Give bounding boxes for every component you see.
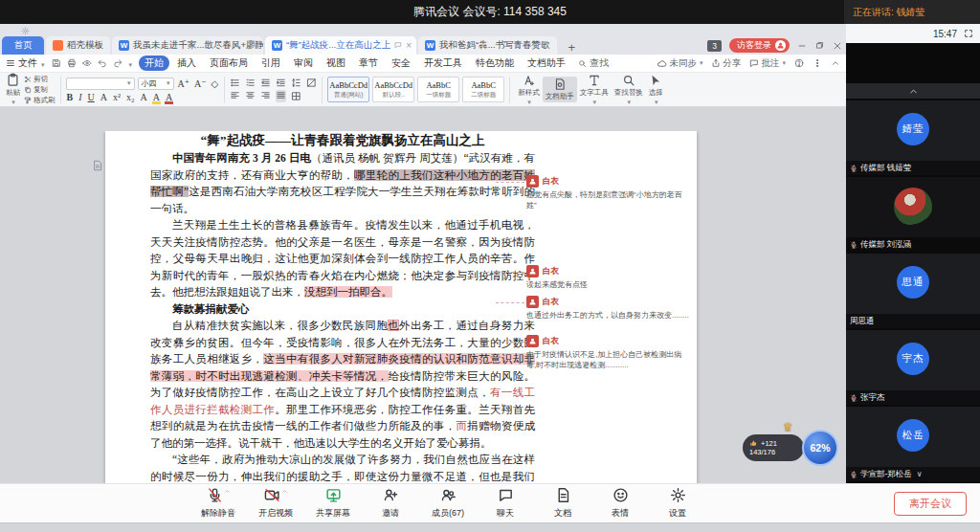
font-style-button-7[interactable]: A <box>152 92 161 102</box>
style-card-3[interactable]: AaBbC 二级标题 <box>462 77 504 102</box>
restore-icon[interactable] <box>815 41 824 50</box>
style-card-2[interactable]: AaBbC 一级标题 <box>417 77 459 102</box>
annotate-button[interactable]: 批注 <box>749 57 786 70</box>
numbered-list-icon[interactable] <box>245 78 256 88</box>
font-style-button-0[interactable]: B <box>66 92 75 102</box>
collapse-videos-button[interactable] <box>846 83 980 99</box>
font-style-button-6[interactable]: A <box>139 92 147 102</box>
chevron-down-icon[interactable]: ∨ <box>917 470 923 478</box>
toolbar-members[interactable]: 成员(67) <box>424 487 472 520</box>
toolbar-docs[interactable]: 文档 <box>539 487 587 520</box>
indent-icon[interactable] <box>276 78 286 88</box>
clear-format-button[interactable]: ◇ <box>211 78 220 89</box>
toolbar-screen-share[interactable]: 共享屏幕 <box>309 487 357 520</box>
new-tab-button[interactable]: + <box>565 40 580 55</box>
font-style-button-8[interactable]: A <box>165 92 173 102</box>
menu-item[interactable]: 插入 <box>171 55 202 71</box>
menu-item[interactable]: 章节 <box>353 55 384 71</box>
line-spacing-icon[interactable] <box>291 78 301 88</box>
comment[interactable]: 白衣 感觉有点尖酸，特别是刻意强调“小地方的老百姓” <box>526 175 691 211</box>
font-style-button-3[interactable]: A <box>100 92 108 102</box>
tab-1[interactable]: 稻壳模板 <box>46 36 110 55</box>
save-icon[interactable] <box>52 58 61 68</box>
share-button[interactable]: 分享 <box>711 57 741 70</box>
font-size-select[interactable]: 小四 <box>138 78 174 90</box>
align-center-icon[interactable] <box>245 90 256 102</box>
ribbon-tool-doc-assistant[interactable]: 文档助手 <box>543 77 577 102</box>
menu-item[interactable]: 文档助手 <box>522 55 571 71</box>
menu-item[interactable]: 开发工具 <box>418 55 468 71</box>
cut-button[interactable]: 剪切 <box>24 75 56 84</box>
tab-2[interactable]: W我虽未走进千家...散尽春风+廖静 <box>112 36 263 55</box>
toolbar-chat[interactable]: 聊天 <box>481 487 529 520</box>
grow-font-button[interactable]: A⁺ <box>177 78 191 89</box>
collapse-ribbon-icon[interactable] <box>831 58 840 68</box>
format-painter-button[interactable]: 格式刷 <box>24 96 56 105</box>
leave-meeting-button[interactable]: 离开会议 <box>894 492 967 516</box>
menu-item[interactable]: 页面布局 <box>204 55 254 71</box>
print-icon[interactable] <box>67 58 77 68</box>
gear-icon[interactable] <box>21 27 30 35</box>
document-paragraph[interactable]: 兰天翔是土生土长的普格县彝族青年。疫情发生以来，他通过手机电视，天天关注疫情防控… <box>150 217 535 301</box>
font-family-select[interactable] <box>66 78 135 90</box>
outdent-icon[interactable] <box>260 78 271 88</box>
menu-item[interactable]: 视图 <box>321 55 351 71</box>
toolbar-emoji[interactable]: 表情 <box>596 487 644 520</box>
redo-icon[interactable] <box>113 58 122 68</box>
help-icon[interactable] <box>794 58 804 68</box>
document-text[interactable]: “舞”起战疫——让青春跟着党旗飘扬立在高山之上中国青年网南充 3 月 26 日电… <box>150 132 535 507</box>
toolbar-mic-muted[interactable]: 解除静音 <box>194 487 242 520</box>
participant-tile[interactable]: 松岳 学宣部-郑松岳 ∨ <box>846 407 980 481</box>
comment[interactable]: 白衣 由于对疫情认识不足,加上担心自己被检测出病毒,时不时出现逃避检测.....… <box>526 335 691 370</box>
borders-icon[interactable] <box>291 91 301 101</box>
comment[interactable]: 白衣 也通过外出务工的方式，以自身努力来改变........ <box>526 296 691 321</box>
tab-3[interactable]: W“舞”起战疫...立在高山之上× <box>265 36 416 55</box>
minimize-icon[interactable] <box>797 41 807 51</box>
toolbar-invite[interactable]: 邀请 <box>367 487 414 520</box>
style-card-1[interactable]: AaBbCcDd 默认段.. <box>372 77 414 102</box>
close-icon[interactable] <box>833 41 842 51</box>
chevron-down-icon[interactable] <box>128 58 133 69</box>
align-justify-icon[interactable] <box>276 90 286 102</box>
section-heading[interactable]: 筹款募捐献爱心 <box>150 301 535 319</box>
ribbon-tool-new-style[interactable]: 新样式 <box>515 73 543 107</box>
style-card-0[interactable]: AaBbCcDd 普通(网站) <box>327 77 369 102</box>
ribbon-tool-select[interactable]: 选择 <box>646 73 666 107</box>
paste-button[interactable]: 粘贴 <box>6 73 20 106</box>
document-paragraph[interactable]: 中国青年网南充 3 月 26 日电（通讯员 杨帆 贺辉丹 周艾莲）“武汉有难，有… <box>150 150 535 217</box>
tab-4[interactable]: W我和爸妈“犇...书写青春赞歌 <box>418 36 557 55</box>
participant-tile[interactable]: 宇杰 张宇杰 <box>846 330 980 405</box>
menu-item[interactable]: 特色功能 <box>470 55 520 71</box>
print-preview-icon[interactable] <box>82 58 92 68</box>
find-button[interactable]: 查找 <box>578 56 609 70</box>
tab-close-icon[interactable]: × <box>406 40 412 51</box>
font-style-button-1[interactable]: I <box>78 92 82 102</box>
document-page[interactable]: “舞”起战疫——让青春跟着党旗飘扬立在高山之上中国青年网南充 3 月 26 日电… <box>105 131 697 507</box>
menu-item[interactable]: 审阅 <box>288 55 319 71</box>
tab-count-badge[interactable]: 3 <box>707 40 722 52</box>
participant-tile[interactable]: 婧莹 传媒部 钱婧莹 <box>846 100 980 175</box>
comment[interactable]: 白衣 读起来感觉有点怪 <box>526 265 691 290</box>
shading-icon[interactable] <box>306 78 317 88</box>
ribbon-tool-text-tool[interactable]: 文字工具 <box>577 73 612 107</box>
menu-item[interactable]: 开始 <box>139 55 169 71</box>
sync-status[interactable]: 未同步 <box>657 57 702 70</box>
reaction-widget[interactable]: ♛ +121 143/176 62% <box>743 423 842 478</box>
toolbar-camera-off[interactable]: 开启视频 <box>252 487 300 520</box>
more-dots-icon[interactable] <box>813 58 822 68</box>
align-right-icon[interactable] <box>260 90 271 102</box>
font-style-button-4[interactable]: x² <box>112 92 122 102</box>
toolbar-settings[interactable]: 设置 <box>654 487 702 520</box>
participant-tile[interactable]: 传媒部 刘泓涵 <box>846 177 980 252</box>
caret-up-icon[interactable] <box>281 488 288 495</box>
font-style-button-5[interactable]: x₂ <box>125 92 136 102</box>
guest-login-button[interactable]: 访客登录 <box>729 38 790 53</box>
revision-page-icon[interactable] <box>92 160 103 171</box>
file-menu[interactable]: 文件 <box>6 56 45 70</box>
copy-button[interactable]: 复制 <box>24 85 56 95</box>
fullscreen-icon[interactable] <box>964 29 973 38</box>
menu-item[interactable]: 引用 <box>256 55 286 71</box>
menu-item[interactable]: 安全 <box>386 55 416 71</box>
shrink-font-button[interactable]: A⁻ <box>193 78 208 89</box>
ribbon-tool-find-replace[interactable]: 查找替换 <box>612 73 646 107</box>
